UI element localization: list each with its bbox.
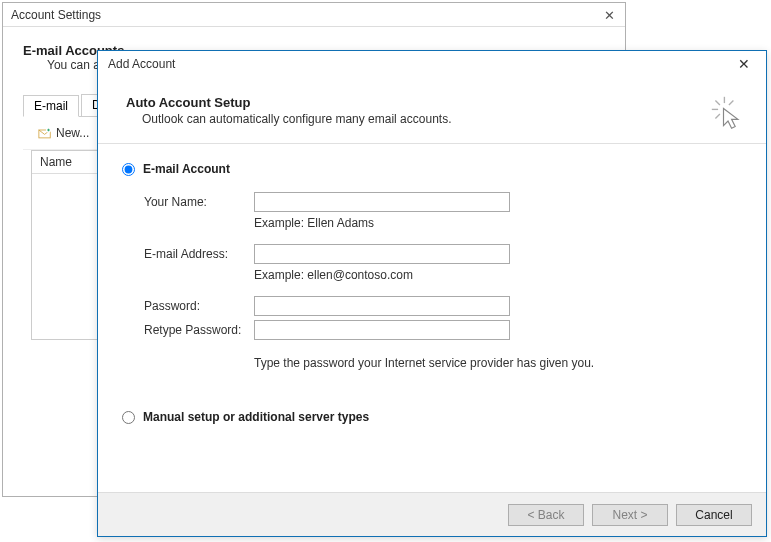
- email-form: Your Name: Example: Ellen Adams E-mail A…: [122, 192, 746, 370]
- password-input[interactable]: [254, 296, 510, 316]
- wizard-header: Auto Account Setup Outlook can automatic…: [98, 77, 766, 144]
- radio-email-input[interactable]: [122, 163, 135, 176]
- email-address-input[interactable]: [254, 244, 510, 264]
- tab-email[interactable]: E-mail: [23, 95, 79, 117]
- cursor-click-icon: [710, 95, 746, 131]
- radio-manual-setup[interactable]: Manual setup or additional server types: [122, 410, 746, 424]
- back-button: < Back: [508, 504, 584, 526]
- svg-line-6: [715, 114, 720, 119]
- window-title: Add Account: [108, 57, 175, 71]
- wizard-footer: < Back Next > Cancel: [98, 492, 766, 536]
- svg-line-4: [715, 100, 720, 105]
- email-address-label: E-mail Address:: [144, 247, 254, 261]
- password-note: Type the password your Internet service …: [254, 356, 746, 370]
- new-button-label: New...: [56, 126, 89, 140]
- window-title: Account Settings: [11, 8, 101, 22]
- close-button[interactable]: ✕: [597, 5, 621, 25]
- your-name-input[interactable]: [254, 192, 510, 212]
- radio-manual-label[interactable]: Manual setup or additional server types: [143, 410, 369, 424]
- next-button: Next >: [592, 504, 668, 526]
- retype-password-input[interactable]: [254, 320, 510, 340]
- radio-email-account[interactable]: E-mail Account: [122, 162, 746, 176]
- your-name-label: Your Name:: [144, 195, 254, 209]
- svg-line-5: [729, 100, 734, 105]
- titlebar: Add Account ✕: [98, 51, 766, 77]
- radio-manual-input[interactable]: [122, 411, 135, 424]
- retype-password-label: Retype Password:: [144, 323, 254, 337]
- your-name-hint: Example: Ellen Adams: [254, 216, 746, 230]
- wizard-heading: Auto Account Setup: [126, 95, 452, 110]
- titlebar: Account Settings ✕: [3, 3, 625, 27]
- new-account-button[interactable]: New...: [31, 123, 96, 143]
- new-mail-icon: [38, 127, 52, 140]
- password-label: Password:: [144, 299, 254, 313]
- wizard-subtext: Outlook can automatically configure many…: [126, 110, 452, 126]
- close-button[interactable]: ✕: [726, 53, 762, 75]
- radio-email-label[interactable]: E-mail Account: [143, 162, 230, 176]
- email-address-hint: Example: ellen@contoso.com: [254, 268, 746, 282]
- cancel-button[interactable]: Cancel: [676, 504, 752, 526]
- add-account-dialog: Add Account ✕ Auto Account Setup Outlook…: [97, 50, 767, 537]
